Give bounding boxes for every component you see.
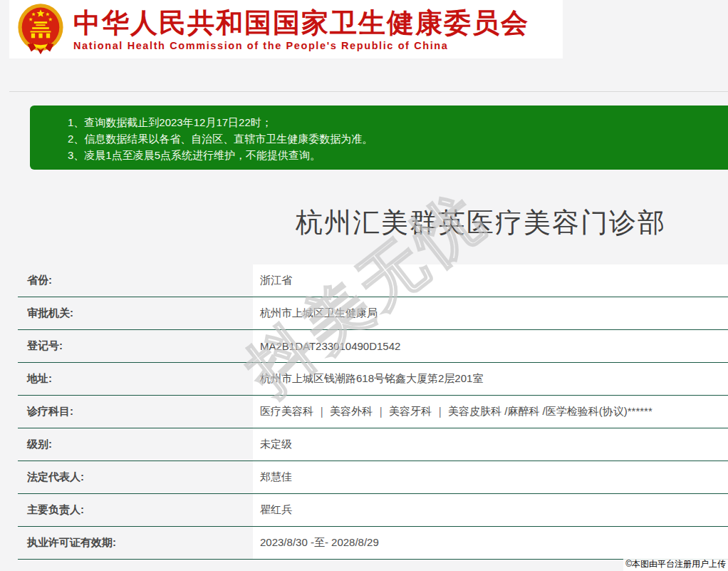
field-label: 诊疗科目:	[18, 396, 253, 428]
field-label: 主要负责人:	[18, 494, 253, 526]
field-value: 瞿红兵	[253, 494, 728, 526]
field-label: 省份:	[18, 264, 253, 297]
image-credit-badge: ©本图由平台注册用户上传	[623, 557, 728, 571]
institution-detail-table: 省份: 浙江省 审批机关: 杭州市上城区卫生健康局 登记号: MA2B1DAT2…	[18, 264, 728, 560]
notice-line: 3、凌晨1点至凌晨5点系统进行维护，不能提供查询。	[68, 147, 721, 163]
table-row-registration-number: 登记号: MA2B1DAT233010490D1542	[18, 330, 728, 363]
field-value: 未定级	[253, 428, 728, 461]
field-label: 执业许可证有效期:	[18, 527, 253, 559]
table-row-address: 地址: 杭州市上城区钱潮路618号铭鑫大厦第2层201室	[18, 363, 728, 396]
field-value: 杭州市上城区钱潮路618号铭鑫大厦第2层201室	[253, 363, 728, 395]
notice-line: 1、查询数据截止到2023年12月17日22时；	[68, 114, 721, 130]
header-titles: 中华人民共和国国家卫生健康委员会 National Health Commiss…	[73, 8, 529, 51]
institution-name: 杭州汇美群英医疗美容门诊部	[296, 205, 666, 241]
table-row-province: 省份: 浙江省	[18, 264, 728, 297]
field-label: 法定代表人:	[18, 461, 253, 493]
field-value: 郑慧佳	[253, 461, 728, 493]
field-value: MA2B1DAT233010490D1542	[253, 330, 728, 362]
table-row-legal-representative: 法定代表人: 郑慧佳	[18, 461, 728, 494]
field-label: 登记号:	[18, 330, 253, 362]
table-row-medical-subjects: 诊疗科目: 医疗美容科 ｜ 美容外科 ｜ 美容牙科 ｜ 美容皮肤科 /麻醉科 /…	[18, 396, 728, 428]
field-label: 级别:	[18, 428, 253, 461]
field-value: 医疗美容科 ｜ 美容外科 ｜ 美容牙科 ｜ 美容皮肤科 /麻醉科 /医学检验科(…	[253, 396, 728, 428]
national-emblem-icon	[17, 3, 64, 56]
header-divider	[9, 91, 728, 92]
notice-box: 1、查询数据截止到2023年12月17日22时； 2、信息数据结果以各省、自治区…	[30, 106, 728, 170]
site-title-en: National Health Commission of the People…	[73, 40, 529, 51]
field-value: 杭州市上城区卫生健康局	[253, 297, 728, 329]
page: 中华人民共和国国家卫生健康委员会 National Health Commiss…	[0, 0, 728, 571]
table-row-person-in-charge: 主要负责人: 瞿红兵	[18, 494, 728, 527]
table-row-approval-authority: 审批机关: 杭州市上城区卫生健康局	[18, 297, 728, 330]
notice-line: 2、信息数据结果以各省、自治区、直辖市卫生健康委数据为准。	[68, 130, 721, 147]
field-value: 2023/8/30 -至- 2028/8/29	[253, 527, 728, 559]
table-row-license-validity: 执业许可证有效期: 2023/8/30 -至- 2028/8/29	[18, 527, 728, 560]
field-value: 浙江省	[253, 264, 728, 297]
site-title-cn: 中华人民共和国国家卫生健康委员会	[73, 8, 529, 38]
field-label: 审批机关:	[18, 297, 253, 329]
header-banner[interactable]: 中华人民共和国国家卫生健康委员会 National Health Commiss…	[9, 0, 563, 58]
field-label: 地址:	[18, 363, 253, 395]
table-row-level: 级别: 未定级	[18, 428, 728, 461]
